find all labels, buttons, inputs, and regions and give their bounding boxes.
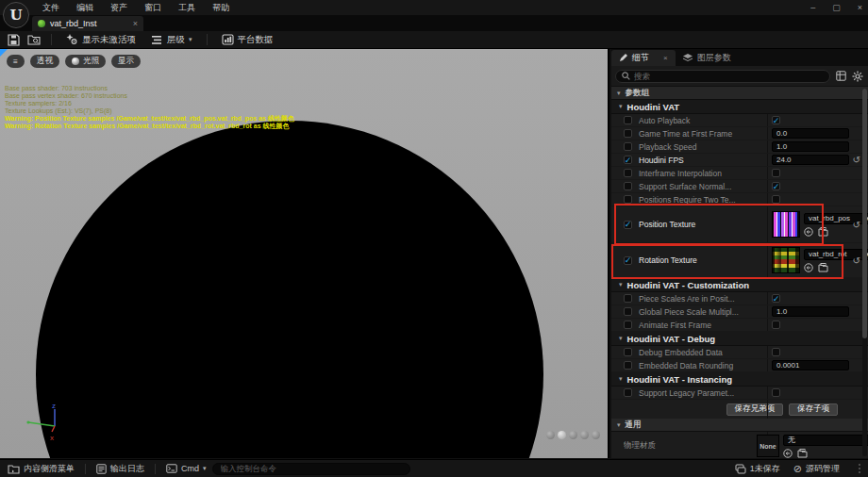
status-bar: 内容侧滑菜单 输出日志 Cmd ▾ 1未保存 ⊘ 源码管理 — [0, 459, 868, 477]
console-command-input[interactable] — [212, 463, 410, 475]
output-log-button[interactable]: 输出日志 — [96, 463, 144, 475]
platform-stats-button[interactable]: 平台数据 — [217, 31, 278, 49]
group-houdini-vat-customization[interactable]: ▾ Houdini VAT - Customization — [611, 278, 868, 292]
tab-details[interactable]: 细节 × — [611, 50, 676, 66]
cmd-dropdown[interactable]: Cmd ▾ — [166, 464, 207, 473]
menu-window[interactable]: 窗口 — [136, 0, 170, 15]
value-checkbox[interactable] — [772, 195, 780, 204]
override-checkbox[interactable]: ✓ — [624, 256, 632, 265]
menu-edit[interactable]: 编辑 — [68, 0, 102, 15]
reset-to-default-icon[interactable]: ↺ — [853, 155, 860, 165]
value-checkbox[interactable] — [772, 169, 780, 177]
override-checkbox[interactable]: ✓ — [624, 156, 632, 164]
override-checkbox[interactable] — [624, 129, 632, 138]
close-tab-icon[interactable]: × — [133, 19, 138, 28]
browse-to-asset-button[interactable] — [26, 33, 42, 46]
override-checkbox[interactable] — [624, 294, 632, 303]
override-checkbox[interactable] — [624, 307, 632, 316]
value-input[interactable]: 24.0 — [772, 155, 849, 165]
asset-tab[interactable]: vat_rbd_Inst × — [32, 16, 143, 31]
group-houdini-vat-instancing[interactable]: ▾ Houdini VAT - Instancing — [611, 372, 868, 387]
save-sibling-button[interactable]: 保存兄弟项 — [726, 403, 784, 416]
group-houdini-vat[interactable]: ▾ Houdini VAT — [611, 100, 868, 114]
content-drawer-button[interactable]: 内容侧滑菜单 — [8, 463, 75, 475]
viewport-show-button[interactable]: 显示 — [111, 55, 141, 68]
override-checkbox[interactable] — [624, 116, 632, 124]
menu-asset[interactable]: 资产 — [102, 0, 136, 15]
display-filter-icon[interactable] — [834, 70, 847, 83]
override-checkbox[interactable] — [624, 321, 632, 329]
details-scrollbar[interactable] — [862, 89, 867, 456]
rotation-texture-thumbnail[interactable] — [772, 247, 800, 273]
value-checkbox[interactable] — [772, 388, 780, 397]
collapse-arrow-icon: ▾ — [617, 90, 621, 97]
override-checkbox[interactable] — [624, 142, 632, 151]
tab-layer-parameters[interactable]: 图层参数 — [676, 49, 739, 66]
physical-material-dropdown[interactable]: 无 ▾ — [783, 435, 868, 446]
search-input[interactable] — [634, 72, 824, 81]
value-input[interactable]: 1.0 — [772, 141, 849, 152]
preview-sphere-button[interactable] — [558, 431, 566, 439]
use-selected-asset-icon[interactable] — [804, 227, 813, 237]
override-checkbox[interactable] — [624, 169, 632, 177]
group-label: Houdini VAT - Debug — [627, 334, 716, 344]
use-selected-asset-icon[interactable] — [783, 449, 793, 458]
save-child-button[interactable]: 保存子项 — [789, 403, 838, 416]
preview-plane-button[interactable] — [569, 431, 577, 439]
source-control-button[interactable]: ⊘ 源码管理 — [793, 463, 840, 475]
position-texture-thumbnail[interactable] — [772, 211, 800, 238]
value-checkbox[interactable]: ✓ — [772, 182, 780, 190]
check-icon: ✓ — [773, 183, 780, 190]
stat-line: Base pass shader: 703 instructions — [5, 85, 294, 92]
close-window-button[interactable]: × — [858, 3, 862, 12]
value-checkbox[interactable] — [772, 321, 780, 329]
use-selected-asset-icon[interactable] — [804, 263, 813, 272]
hierarchy-button[interactable]: 层级 ▾ — [146, 31, 197, 49]
override-checkbox[interactable] — [624, 361, 632, 370]
viewport-perspective-button[interactable]: 透视 — [30, 55, 59, 68]
viewport-lit-button[interactable]: 光照 — [65, 55, 106, 68]
param-row-physical-material: 物理材质 None 无 ▾ — [611, 432, 868, 460]
value-checkbox[interactable]: ✓ — [772, 116, 780, 124]
browse-asset-icon[interactable] — [797, 449, 808, 458]
menu-tools[interactable]: 工具 — [170, 0, 204, 15]
reset-to-default-icon[interactable]: ↺ — [853, 255, 860, 266]
value-checkbox[interactable] — [772, 348, 780, 356]
menu-file[interactable]: 文件 — [34, 0, 68, 15]
override-checkbox[interactable]: ✓ — [624, 221, 632, 229]
settings-gear-icon[interactable] — [851, 70, 864, 83]
override-checkbox[interactable] — [624, 388, 632, 397]
minimize-button[interactable]: – — [810, 3, 815, 12]
close-tab-icon[interactable]: × — [663, 54, 668, 62]
value-input[interactable]: 1.0 — [772, 306, 849, 317]
value-input[interactable]: 0.0 — [772, 128, 849, 139]
preview-custom-mesh-button[interactable] — [592, 431, 600, 439]
value-checkbox[interactable]: ✓ — [772, 294, 780, 303]
unsaved-assets-button[interactable]: 1未保存 — [735, 463, 780, 475]
value-input[interactable]: 0.0001 — [772, 360, 849, 370]
physical-material-thumbnail[interactable]: None — [757, 435, 779, 457]
section-parameter-groups[interactable]: ▾ 参数组 — [611, 87, 868, 100]
preview-viewport[interactable]: ≡ 透视 光照 显示 Base pass shader: 703 instruc… — [0, 49, 609, 458]
show-inactive-button[interactable]: 显示未激活项 — [61, 31, 141, 49]
reset-to-default-icon[interactable]: ↺ — [853, 220, 860, 230]
override-checkbox[interactable] — [624, 182, 632, 190]
search-icon — [622, 72, 630, 80]
section-general[interactable]: ▾ 通用 — [611, 419, 868, 432]
param-label: Auto Playback — [639, 116, 772, 125]
menu-help[interactable]: 帮助 — [204, 0, 238, 15]
override-checkbox[interactable] — [624, 195, 632, 204]
viewport-options-button[interactable]: ≡ — [7, 55, 25, 68]
scrollbar-thumb[interactable] — [862, 89, 867, 338]
browse-asset-icon[interactable] — [818, 263, 828, 272]
preview-cube-button[interactable] — [580, 431, 589, 439]
override-checkbox[interactable] — [624, 348, 632, 356]
browse-asset-icon[interactable] — [818, 227, 828, 237]
maximize-button[interactable]: ▢ — [832, 3, 841, 12]
search-box[interactable] — [615, 70, 830, 83]
preview-cylinder-button[interactable] — [546, 431, 555, 439]
resize-grip[interactable] — [859, 464, 860, 473]
group-houdini-vat-debug[interactable]: ▾ Houdini VAT - Debug — [611, 332, 868, 346]
save-button[interactable] — [6, 33, 21, 46]
group-label: Houdini VAT — [627, 102, 680, 112]
